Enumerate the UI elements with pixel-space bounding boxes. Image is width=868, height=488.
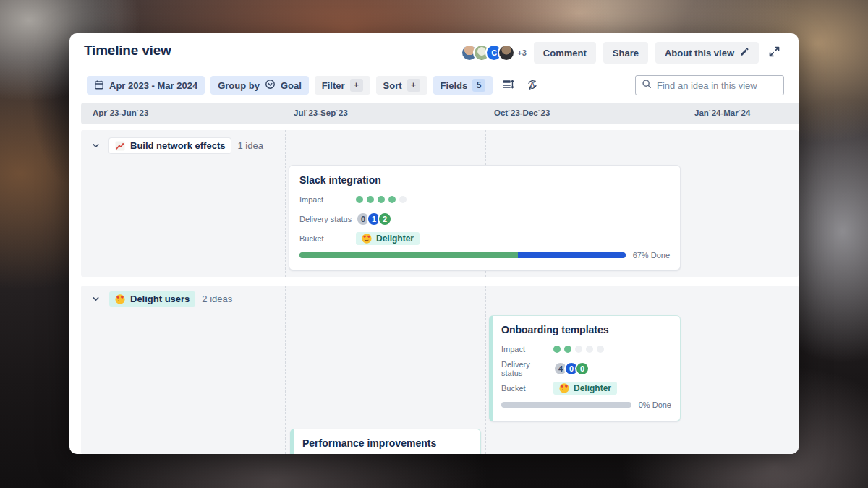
delivery-status-badges: 4 0 0 xyxy=(553,361,590,376)
bucket-field-row: Bucket Delighter xyxy=(299,231,670,246)
app-window: Timeline view C +3 Comment Share About t… xyxy=(69,33,799,454)
progress-bar xyxy=(299,252,626,258)
collapse-group-button[interactable] xyxy=(88,139,103,153)
quarter-label-q2: Jul`23-Sep`23 xyxy=(294,108,348,117)
filter-label: Filter xyxy=(322,80,345,91)
group-section-delight-users: Delight users 2 ideas Onboarding templat… xyxy=(81,286,799,454)
group-section-build-network-effects: Build network effects 1 idea Slack integ… xyxy=(81,130,799,277)
column-separator xyxy=(686,286,686,454)
auto-sort-button[interactable]: A xyxy=(523,76,542,95)
share-button-label: Share xyxy=(613,48,639,59)
idea-card-title: Performance improvements xyxy=(302,437,472,449)
group-chip-build-network-effects[interactable]: Build network effects xyxy=(109,138,231,153)
quarter-label-q3: Oct`23-Dec`23 xyxy=(494,108,550,117)
filter-button[interactable]: Filter + xyxy=(315,76,370,95)
search-icon xyxy=(642,79,652,92)
user-avatar-4[interactable] xyxy=(498,44,515,61)
group-idea-count: 1 idea xyxy=(237,140,263,151)
fields-button[interactable]: Fields 5 xyxy=(433,76,493,95)
impact-rating-dots xyxy=(553,346,604,353)
chevron-down-icon xyxy=(92,295,100,303)
page-title: Timeline view xyxy=(84,43,171,59)
goal-icon xyxy=(265,79,276,92)
idea-card-title: Onboarding templates xyxy=(501,324,671,335)
avatar-overflow-count[interactable]: +3 xyxy=(517,48,527,57)
column-separator xyxy=(285,286,286,454)
group-by-value: Goal xyxy=(281,80,302,91)
progress-label: 0% Done xyxy=(639,401,671,409)
comment-button[interactable]: Comment xyxy=(534,42,596,64)
comment-button-label: Comment xyxy=(543,48,587,59)
idea-card-performance-improvements[interactable]: Performance improvements xyxy=(290,429,481,454)
group-name: Delight users xyxy=(130,294,190,304)
about-this-view-label: About this view xyxy=(665,48,734,59)
search-box[interactable] xyxy=(635,75,784,95)
impact-field-label: Impact xyxy=(501,345,553,354)
progress-label: 67% Done xyxy=(633,251,670,260)
delivery-status-badges: 0 1 2 xyxy=(356,212,392,226)
group-by-button[interactable]: Group by Goal xyxy=(210,76,309,95)
idea-card-title: Slack integration xyxy=(299,174,670,186)
view-toolbar: Apr 2023 - Mar 2024 Group by Goal Filter… xyxy=(87,76,542,95)
delivery-status-field-row: Delivery status 0 1 2 xyxy=(299,212,670,226)
delivery-status-field-row: Delivery status 4 0 0 xyxy=(501,361,671,376)
heart-eyes-icon xyxy=(115,294,125,304)
avatar-stack[interactable]: C +3 xyxy=(461,44,527,61)
quarter-label-q4: Jan`24-Mar`24 xyxy=(694,108,750,117)
delivery-status-field-label: Delivery status xyxy=(299,215,356,223)
row-height-icon xyxy=(502,78,514,93)
search-input[interactable] xyxy=(657,80,784,91)
about-this-view-button[interactable]: About this view xyxy=(655,42,759,64)
date-range-button[interactable]: Apr 2023 - Mar 2024 xyxy=(87,76,205,95)
group-chip-delight-users[interactable]: Delight users xyxy=(109,291,195,307)
sort-label: Sort xyxy=(383,80,402,91)
bucket-chip-delighter[interactable]: Delighter xyxy=(553,382,617,395)
auto-sort-icon: A xyxy=(526,78,539,93)
expand-icon xyxy=(768,46,780,60)
group-header-delight-users: Delight users 2 ideas xyxy=(88,291,232,307)
impact-field-row: Impact xyxy=(501,342,671,356)
progress-bar xyxy=(501,402,631,408)
fields-label: Fields xyxy=(441,80,468,91)
collapse-group-button[interactable] xyxy=(88,292,103,307)
fields-count-chip: 5 xyxy=(472,79,485,92)
progress-row: 67% Done xyxy=(299,251,670,260)
group-by-label: Group by xyxy=(218,80,260,91)
bucket-field-label: Bucket xyxy=(501,384,553,393)
bucket-value: Delighter xyxy=(574,383,611,393)
column-separator xyxy=(686,130,686,277)
pencil-icon xyxy=(739,47,749,59)
idea-card-slack-integration[interactable]: Slack integration Impact Delivery status… xyxy=(289,165,681,270)
bucket-value: Delighter xyxy=(376,234,414,244)
heart-eyes-icon xyxy=(559,383,569,393)
header-actions: C +3 Comment Share About this view xyxy=(461,42,783,64)
chart-increasing-icon xyxy=(115,141,125,151)
impact-rating-dots xyxy=(356,196,407,203)
progress-row: 0% Done xyxy=(501,401,671,409)
group-name: Build network effects xyxy=(130,140,225,151)
date-range-label: Apr 2023 - Mar 2024 xyxy=(109,80,197,91)
bucket-chip-delighter[interactable]: Delighter xyxy=(356,232,420,245)
chevron-down-icon xyxy=(92,142,100,150)
group-header-build-network-effects: Build network effects 1 idea xyxy=(88,138,263,153)
idea-card-onboarding-templates[interactable]: Onboarding templates Impact Delivery sta… xyxy=(489,315,681,421)
bucket-field-label: Bucket xyxy=(299,234,356,243)
timeline-quarter-band: Apr`23-Jun`23 Jul`23-Sep`23 Oct`23-Dec`2… xyxy=(81,103,799,124)
calendar-icon xyxy=(94,80,104,92)
impact-field-row: Impact xyxy=(299,192,670,207)
impact-field-label: Impact xyxy=(299,195,356,204)
row-height-button[interactable] xyxy=(498,76,517,95)
expand-view-button[interactable] xyxy=(766,42,783,64)
sort-add-chip: + xyxy=(407,79,420,92)
share-button[interactable]: Share xyxy=(603,42,648,64)
delivery-done-badge: 2 xyxy=(378,212,392,226)
group-idea-count: 2 ideas xyxy=(202,294,232,304)
delivery-status-field-label: Delivery status xyxy=(501,360,553,377)
column-separator xyxy=(285,130,286,277)
delivery-done-badge: 0 xyxy=(575,361,590,376)
column-separator xyxy=(485,286,486,454)
quarter-label-q1: Apr`23-Jun`23 xyxy=(93,108,148,117)
heart-eyes-icon xyxy=(362,234,372,244)
sort-button[interactable]: Sort + xyxy=(376,76,427,95)
filter-add-chip: + xyxy=(350,79,363,92)
